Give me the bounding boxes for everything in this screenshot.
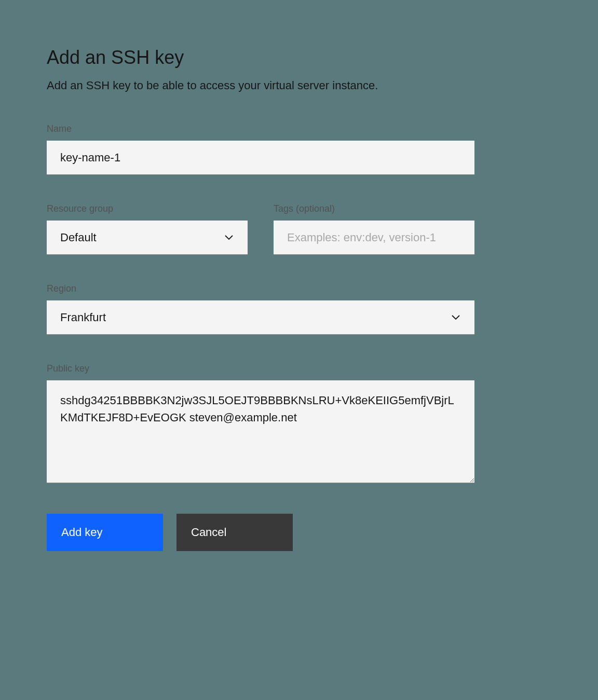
page-title: Add an SSH key bbox=[47, 47, 474, 68]
add-ssh-key-form: Add an SSH key Add an SSH key to be able… bbox=[47, 47, 474, 551]
name-field-group: Name bbox=[47, 123, 474, 175]
region-label: Region bbox=[47, 283, 474, 294]
tags-input[interactable] bbox=[274, 221, 474, 255]
public-key-label: Public key bbox=[47, 363, 474, 374]
resource-group-dropdown[interactable]: Default bbox=[47, 221, 248, 255]
name-input[interactable] bbox=[47, 141, 474, 175]
name-label: Name bbox=[47, 123, 474, 134]
page-subtitle: Add an SSH key to be able to access your… bbox=[47, 79, 474, 92]
tags-field-group: Tags (optional) bbox=[274, 203, 474, 255]
chevron-down-icon bbox=[451, 312, 461, 323]
resource-group-field-group: Resource group Default bbox=[47, 203, 248, 255]
chevron-down-icon bbox=[224, 232, 234, 243]
public-key-field-group: Public key bbox=[47, 363, 474, 485]
resource-group-value: Default bbox=[60, 231, 97, 244]
public-key-textarea[interactable] bbox=[47, 380, 474, 483]
region-value: Frankfurt bbox=[60, 311, 106, 324]
region-field-group: Region Frankfurt bbox=[47, 283, 474, 335]
cancel-button[interactable]: Cancel bbox=[176, 514, 293, 551]
resource-group-label: Resource group bbox=[47, 203, 248, 214]
region-dropdown[interactable]: Frankfurt bbox=[47, 300, 474, 335]
tags-label: Tags (optional) bbox=[274, 203, 474, 214]
button-row: Add key Cancel bbox=[47, 514, 474, 551]
add-key-button[interactable]: Add key bbox=[47, 514, 163, 551]
